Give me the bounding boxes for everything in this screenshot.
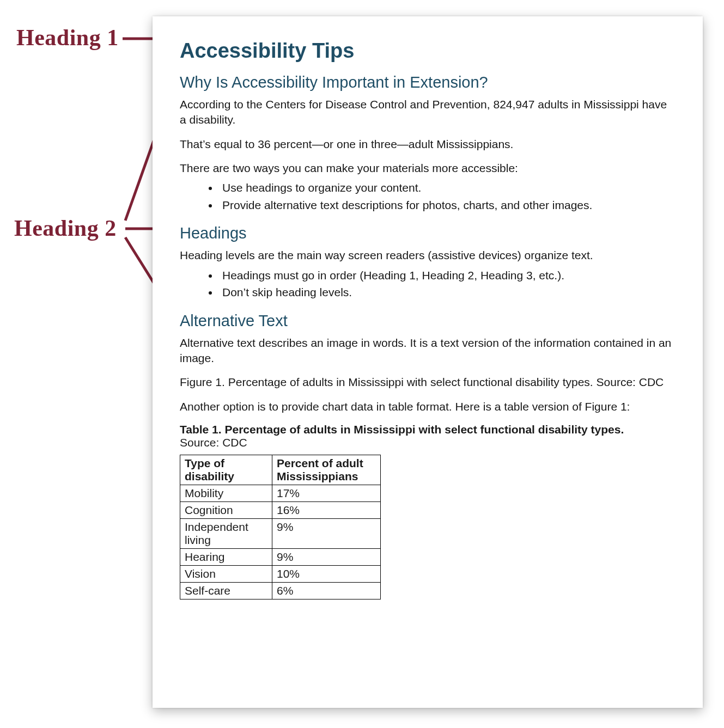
table-cell: Independent living [180,519,272,549]
body-text: Heading levels are the main way screen r… [180,248,676,263]
list-item: Headings must go in order (Heading 1, He… [219,267,676,284]
figure-caption: Figure 1. Percentage of adults in Missis… [180,375,676,390]
table-cell: 9% [272,519,381,549]
body-text: Alternative text describes an image in w… [180,335,676,366]
table-cell: 17% [272,485,381,502]
table-cell: Self-care [180,583,272,599]
data-table: Type of disability Percent of adult Miss… [180,455,381,599]
body-text: According to the Centers for Disease Con… [180,97,676,128]
table-row: Cognition 16% [180,502,381,519]
page-title: Accessibility Tips [180,39,676,63]
bullet-list: Use headings to organize your content. P… [180,179,676,213]
table-cell: Vision [180,566,272,583]
table-cell: 16% [272,502,381,519]
body-text: That’s equal to 36 percent—or one in thr… [180,137,676,152]
table-row: Self-care 6% [180,583,381,599]
table-cell: 9% [272,549,381,566]
list-item: Don’t skip heading levels. [219,284,676,301]
document-page: Accessibility Tips Why Is Accessibility … [153,16,703,708]
table-row: Hearing 9% [180,549,381,566]
section-heading: Headings [180,224,676,242]
table-cell: Mobility [180,485,272,502]
table-caption-source: Source: CDC [180,436,676,449]
body-text: There are two ways you can make your mat… [180,161,676,176]
annotation-heading2: Heading 2 [14,215,117,241]
section-heading: Alternative Text [180,312,676,330]
table-row: Independent living 9% [180,519,381,549]
table-row: Type of disability Percent of adult Miss… [180,455,381,485]
table-cell: Hearing [180,549,272,566]
body-text: Another option is to provide chart data … [180,399,676,414]
list-item: Provide alternative text descriptions fo… [219,197,676,214]
list-item: Use headings to organize your content. [219,179,676,197]
table-row: Mobility 17% [180,485,381,502]
annotation-heading1: Heading 1 [16,25,119,51]
table-cell: 6% [272,583,381,599]
table-cell: 10% [272,566,381,583]
table-header: Percent of adult Mississippians [272,455,381,485]
stage: Heading 1 Heading 2 Accessibility Tips W… [0,0,724,728]
table-caption: Table 1. Percentage of adults in Mississ… [180,423,676,436]
bullet-list: Headings must go in order (Heading 1, He… [180,267,676,301]
section-heading: Why Is Accessibility Important in Extens… [180,74,676,91]
table-cell: Cognition [180,502,272,519]
table-header: Type of disability [180,455,272,485]
table-row: Vision 10% [180,566,381,583]
